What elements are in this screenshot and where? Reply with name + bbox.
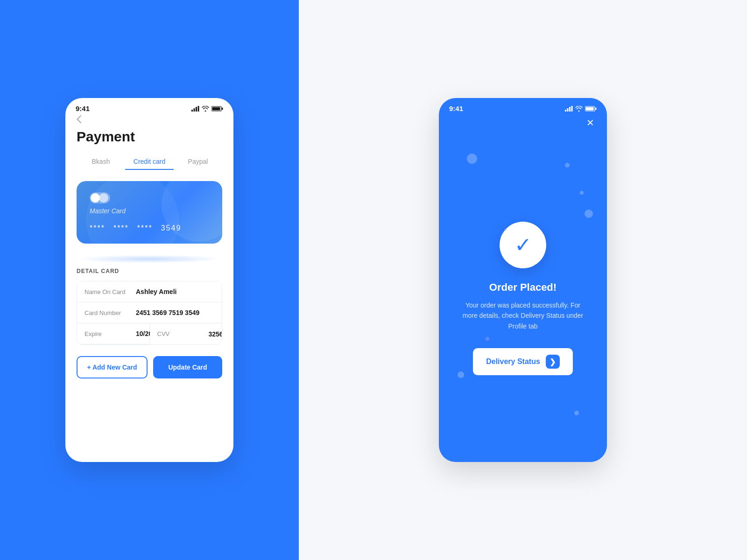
- delivery-status-button[interactable]: Delivery Status ❯: [473, 348, 573, 375]
- svg-rect-6: [212, 107, 220, 110]
- checkmark-icon: ✓: [514, 235, 532, 255]
- card-number-row: Card Number 2451 3569 7519 3549: [77, 302, 222, 323]
- svg-rect-7: [565, 110, 566, 112]
- decor-dot-8: [504, 228, 507, 231]
- right-background: 9:41: [299, 0, 747, 560]
- payment-phone: 9:41: [65, 98, 233, 462]
- signal-icon-right: [565, 106, 573, 112]
- detail-card-rows: Name On Card Ashley Ameli Card Number 24…: [77, 281, 222, 345]
- status-icons-left: [191, 106, 223, 112]
- card-group-4: 3549: [161, 224, 182, 232]
- cvv-value: 3256: [209, 330, 223, 338]
- order-phone: 9:41: [439, 98, 607, 462]
- arrow-symbol: ❯: [550, 357, 556, 366]
- page-title: Payment: [77, 129, 222, 145]
- action-buttons: + Add New Card Update Card: [77, 356, 222, 378]
- status-bar-right: 9:41: [439, 98, 607, 115]
- wifi-icon: [202, 106, 209, 112]
- card-group-2: ****: [113, 224, 129, 232]
- update-card-button[interactable]: Update Card: [153, 356, 222, 378]
- svg-rect-3: [198, 106, 199, 112]
- decor-dot-5: [458, 371, 464, 378]
- signal-icon: [191, 106, 199, 112]
- card-group-1: ****: [90, 224, 105, 232]
- decor-dot-6: [574, 411, 579, 415]
- toggle-knob: [91, 193, 100, 203]
- name-label: Name On Card: [85, 288, 136, 295]
- battery-icon-right: [585, 106, 597, 112]
- decor-dot-3: [580, 191, 584, 195]
- tab-bkash[interactable]: Bkash: [77, 154, 125, 170]
- toggle-knob2: [99, 193, 108, 203]
- svg-rect-1: [194, 108, 195, 112]
- expire-row: Expire 10/2020: [77, 323, 150, 344]
- cvv-label: CVV: [157, 330, 209, 337]
- time-right: 9:41: [449, 105, 463, 112]
- time-left: 9:41: [76, 105, 90, 112]
- tab-creditcard[interactable]: Credit card: [125, 154, 174, 170]
- wifi-icon-right: [575, 106, 583, 112]
- credit-card-visual: Master Card **** **** **** 3549: [77, 181, 222, 244]
- payment-tabs: Bkash Credit card Paypal: [77, 154, 222, 170]
- cvv-row: CVV 3256: [150, 323, 222, 344]
- status-bar-left: 9:41: [65, 98, 233, 115]
- decor-dot-1: [467, 154, 477, 164]
- add-card-button[interactable]: + Add New Card: [77, 356, 148, 378]
- phone-content-left: Payment Bkash Credit card Paypal Master …: [65, 115, 233, 462]
- left-background: 9:41: [0, 0, 299, 560]
- section-label: DETAIL CARD: [77, 268, 222, 274]
- expire-label: Expire: [85, 330, 136, 337]
- decor-dot-2: [565, 163, 570, 168]
- close-button[interactable]: ✕: [583, 115, 598, 130]
- svg-rect-10: [571, 106, 573, 112]
- svg-rect-5: [222, 107, 223, 110]
- svg-rect-9: [569, 107, 571, 112]
- svg-rect-13: [586, 107, 594, 110]
- card-number-display: **** **** **** 3549: [90, 224, 209, 232]
- card-number-value: 2451 3569 7519 3549: [136, 309, 199, 316]
- expire-cvv-row: Expire 10/2020 CVV 3256: [77, 323, 222, 344]
- name-row: Name On Card Ashley Ameli: [77, 281, 222, 302]
- card-number-label: Card Number: [85, 309, 136, 316]
- svg-rect-2: [196, 107, 197, 112]
- decor-dot-7: [486, 337, 489, 341]
- delivery-status-label: Delivery Status: [486, 357, 540, 366]
- name-value: Ashley Ameli: [136, 288, 176, 295]
- card-type: Master Card: [90, 207, 209, 215]
- success-content: ✓ Order Placed! Your order was placed su…: [439, 135, 607, 462]
- decor-dot-4: [585, 210, 593, 218]
- delivery-status-arrow-icon: ❯: [546, 355, 560, 369]
- card-toggle[interactable]: [90, 192, 110, 203]
- svg-rect-0: [191, 110, 193, 112]
- back-button[interactable]: [77, 115, 222, 123]
- order-description: Your order was placed successfully. For …: [458, 300, 588, 331]
- card-group-3: ****: [137, 224, 153, 232]
- battery-icon: [211, 106, 223, 112]
- order-title: Order Placed!: [489, 281, 557, 294]
- card-glow: [77, 255, 222, 263]
- tab-paypal[interactable]: Paypal: [174, 154, 222, 170]
- svg-rect-12: [595, 107, 597, 110]
- status-icons-right: [565, 106, 597, 112]
- svg-rect-8: [567, 108, 569, 112]
